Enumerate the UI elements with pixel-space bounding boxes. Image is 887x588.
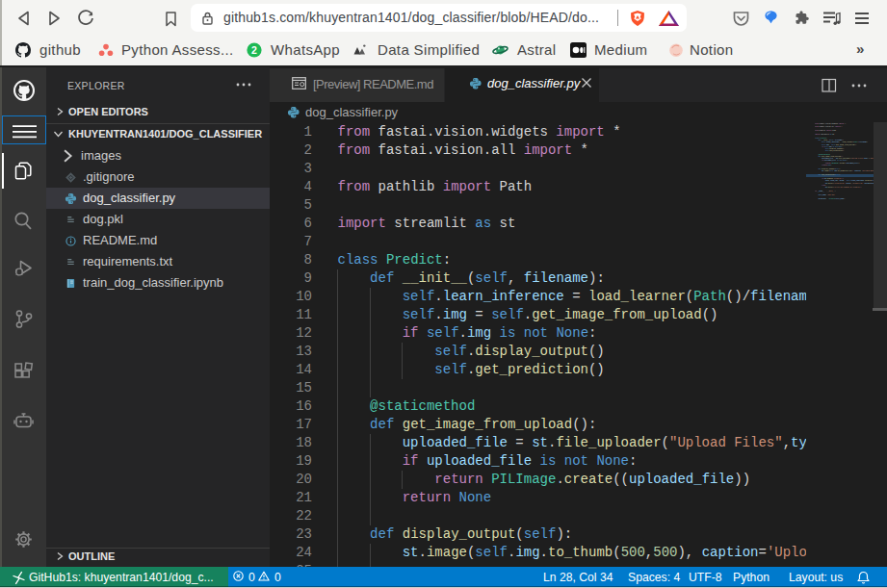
svg-text:2: 2: [251, 44, 257, 56]
